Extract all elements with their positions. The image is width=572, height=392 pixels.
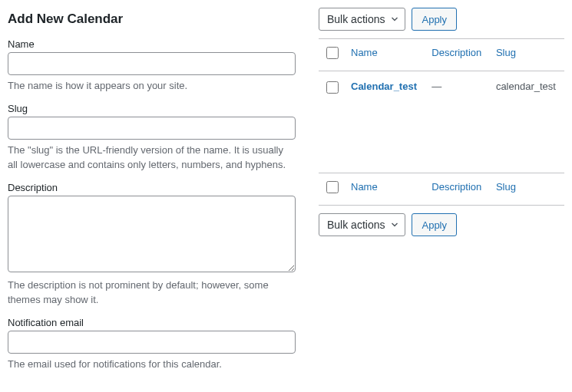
description-help: The description is not prominent by defa… (8, 278, 296, 308)
notification-email-input[interactable] (8, 331, 296, 354)
column-header-slug[interactable]: Slug (496, 47, 516, 58)
bulk-actions-label: Bulk actions (327, 13, 385, 25)
notification-email-help: The email used for notifications for thi… (8, 357, 296, 372)
description-textarea[interactable] (8, 196, 296, 272)
bulk-actions-select-top[interactable]: Bulk actions (319, 8, 405, 31)
bulk-actions-label-bottom: Bulk actions (327, 219, 385, 231)
slug-help: The "slug" is the URL-friendly version o… (8, 143, 296, 173)
column-header-description[interactable]: Description (431, 47, 481, 58)
column-header-name[interactable]: Name (351, 47, 378, 58)
slug-label: Slug (8, 103, 296, 114)
name-help: The name is how it appears on your site. (8, 78, 296, 94)
row-description: — (431, 81, 441, 92)
bulk-actions-select-bottom[interactable]: Bulk actions (319, 213, 405, 236)
calendars-table: Name Description Slug Calendar_test — ca… (319, 38, 564, 206)
row-checkbox[interactable] (326, 81, 339, 94)
notification-email-label: Notification email (8, 317, 296, 328)
row-name-link[interactable]: Calendar_test (351, 81, 417, 92)
select-all-bottom-checkbox[interactable] (326, 181, 339, 193)
select-all-top-checkbox[interactable] (326, 47, 339, 59)
name-input[interactable] (8, 52, 296, 75)
column-footer-name[interactable]: Name (351, 181, 378, 193)
apply-button-bottom[interactable]: Apply (412, 213, 457, 236)
chevron-down-icon (389, 14, 400, 25)
column-footer-slug[interactable]: Slug (496, 181, 516, 193)
add-new-calendar-heading: Add New Calendar (8, 12, 296, 27)
name-label: Name (8, 38, 296, 50)
description-label: Description (8, 182, 296, 193)
row-slug: calendar_test (496, 81, 556, 92)
table-row: Calendar_test — calendar_test (319, 71, 564, 173)
column-footer-description[interactable]: Description (431, 181, 481, 193)
apply-button-top[interactable]: Apply (412, 8, 457, 31)
slug-input[interactable] (8, 117, 296, 140)
chevron-down-icon (389, 219, 400, 230)
